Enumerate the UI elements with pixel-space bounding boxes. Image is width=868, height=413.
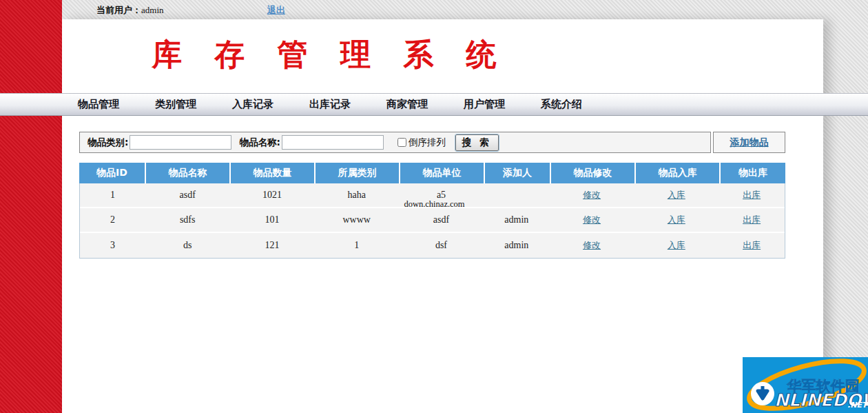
table-row: 2 sdfs 101 wwww asdf admin 修改 入库 出库 — [80, 208, 785, 233]
cell-item-id: 2 — [80, 208, 145, 232]
table-row: 3 ds 121 1 dsf admin 修改 入库 出库 — [80, 233, 785, 258]
nav-item-categories[interactable]: 类别管理 — [155, 98, 232, 111]
cell-adder: admin — [484, 208, 550, 232]
nav-item-stockin[interactable]: 入库记录 — [232, 98, 309, 111]
header-item-category: 所属类别 — [314, 163, 399, 183]
cell-item-name: ds — [145, 233, 230, 258]
page-title: 库 存 管 理 系 统 — [152, 34, 508, 75]
cell-adder — [484, 183, 550, 207]
onlinedown-logo-image: 华军软件园 NLINEDOWN .NET — [743, 357, 868, 413]
stock-out-link[interactable]: 出库 — [743, 239, 761, 252]
add-item-link[interactable]: 添加物品 — [730, 137, 769, 149]
category-label: 物品类别: — [87, 137, 128, 149]
cell-item-category: haha — [314, 183, 399, 207]
cell-item-id: 3 — [80, 233, 145, 258]
cell-adder: admin — [484, 233, 550, 258]
left-red-sidebar — [0, 0, 62, 413]
cell-item-qty: 101 — [230, 208, 315, 232]
logout-link[interactable]: 退出 — [267, 4, 285, 17]
nav-item-stockout[interactable]: 出库记录 — [309, 98, 386, 111]
search-button[interactable]: 搜 索 — [455, 134, 499, 151]
nav-item-goods[interactable]: 物品管理 — [78, 98, 155, 111]
nav-item-users[interactable]: 用户管理 — [464, 98, 541, 111]
header-item-unit: 物品单位 — [399, 163, 484, 183]
descending-order-checkbox[interactable] — [397, 138, 406, 147]
header-item-name: 物品名称 — [145, 163, 229, 183]
main-nav-bar: 物品管理 类别管理 入库记录 出库记录 商家管理 用户管理 系统介绍 — [0, 93, 868, 116]
name-label: 物品名称: — [239, 137, 280, 149]
nav-item-merchants[interactable]: 商家管理 — [386, 98, 464, 111]
logo-suffix-text: .NET — [847, 401, 868, 410]
header-adder: 添加人 — [484, 163, 550, 183]
table-body: 1 asdf 1021 haha a5 修改 入库 出库 2 sdfs 101 … — [79, 183, 785, 259]
cell-item-unit: asdf — [399, 208, 484, 232]
cell-item-name: sdfs — [145, 208, 230, 232]
edit-link[interactable]: 修改 — [583, 239, 601, 252]
category-input[interactable] — [130, 135, 231, 150]
header-item-id: 物品ID — [79, 163, 145, 183]
header-edit: 物品修改 — [550, 163, 634, 183]
add-item-box: 添加物品 — [713, 132, 785, 153]
cell-item-name: asdf — [145, 183, 230, 207]
cell-item-qty: 1021 — [230, 183, 315, 207]
cell-item-qty: 121 — [230, 233, 315, 258]
top-user-bar: 当前用户：admin 退出 — [62, 0, 868, 19]
header-item-qty: 物品数量 — [229, 163, 314, 183]
header-stock-out: 物出库 — [719, 163, 785, 183]
cell-item-category: wwww — [314, 208, 399, 232]
name-input[interactable] — [282, 135, 384, 150]
onlinedown-logo: 华军软件园 NLINEDOWN .NET — [743, 357, 868, 413]
edit-link[interactable]: 修改 — [583, 189, 601, 201]
current-user-text: 当前用户：admin — [96, 4, 164, 17]
items-table: 物品ID 物品名称 物品数量 所属类别 物品单位 添加人 物品修改 物品入库 物… — [79, 163, 785, 259]
cell-item-id: 1 — [80, 183, 145, 207]
stock-in-link[interactable]: 入库 — [668, 239, 685, 252]
edit-link[interactable]: 修改 — [583, 214, 601, 226]
stock-out-link[interactable]: 出库 — [743, 189, 761, 201]
table-header-row: 物品ID 物品名称 物品数量 所属类别 物品单位 添加人 物品修改 物品入库 物… — [79, 163, 785, 183]
header-stock-in: 物品入库 — [634, 163, 719, 183]
cell-item-unit: dsf — [399, 233, 484, 258]
current-user-label: 当前用户： — [96, 5, 141, 15]
stock-out-link[interactable]: 出库 — [743, 214, 761, 226]
nav-item-about[interactable]: 系统介绍 — [541, 98, 618, 111]
main-content-panel: 库 存 管 理 系 统 物品类别: 物品名称: 倒序排列 搜 索 添加物品 物品… — [62, 19, 823, 413]
cell-item-category: 1 — [314, 233, 399, 258]
chinaz-watermark: down.chinaz.com — [391, 199, 477, 210]
stock-in-link[interactable]: 入库 — [668, 189, 685, 201]
descending-order-label: 倒序排列 — [409, 137, 446, 149]
search-filter-bar: 物品类别: 物品名称: 倒序排列 搜 索 — [79, 132, 711, 153]
stock-in-link[interactable]: 入库 — [668, 214, 685, 226]
current-user-value: admin — [141, 5, 164, 15]
